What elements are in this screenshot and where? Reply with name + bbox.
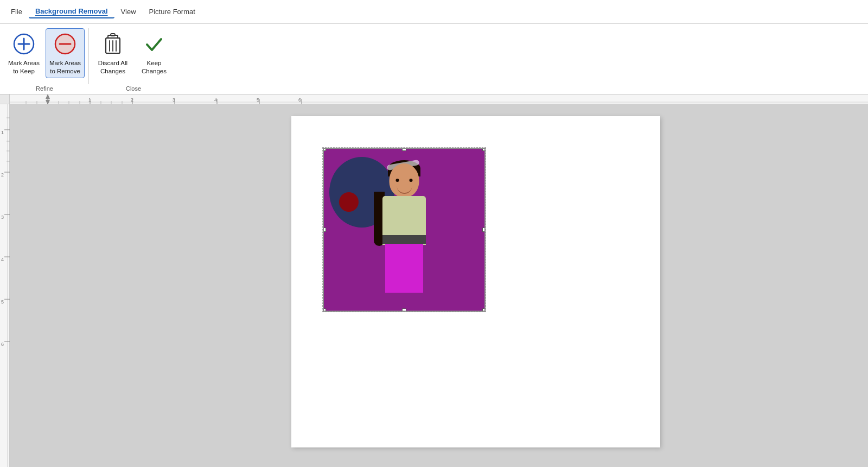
svg-text:4: 4 — [214, 97, 217, 103]
svg-text:2: 2 — [1, 172, 4, 178]
workspace[interactable] — [0, 94, 868, 467]
discard-changes-label: Discard AllChanges — [98, 59, 127, 75]
selection-handle-br[interactable] — [482, 308, 486, 312]
person-belt — [382, 235, 426, 244]
ribbon-buttons-close: Discard AllChanges KeepChanges — [93, 28, 174, 84]
menu-bar: File Background Removal View Picture For… — [0, 0, 868, 24]
ribbon-group-close: Discard AllChanges KeepChanges Close — [89, 26, 178, 94]
menu-picture-format[interactable]: Picture Format — [143, 5, 202, 18]
person-smile — [397, 186, 412, 194]
document-page — [291, 116, 660, 447]
selection-handle-tl[interactable] — [323, 148, 326, 151]
svg-text:3: 3 — [1, 214, 4, 220]
person-figure — [366, 159, 442, 300]
photo-background — [324, 149, 484, 311]
svg-marker-35 — [46, 94, 50, 99]
person-head — [390, 163, 419, 197]
menu-background-removal[interactable]: Background Removal — [29, 5, 114, 18]
image-container[interactable] — [323, 148, 486, 312]
refine-group-label: Refine — [4, 84, 85, 94]
selection-handle-mr[interactable] — [482, 228, 486, 232]
svg-text:5: 5 — [257, 97, 259, 103]
ruler-corner — [0, 94, 10, 104]
mark-areas-keep-button[interactable]: Mark Areasto Keep — [4, 28, 43, 78]
discard-changes-button[interactable]: Discard AllChanges — [93, 28, 132, 78]
svg-text:1: 1 — [1, 130, 4, 135]
keep-changes-button[interactable]: KeepChanges — [135, 28, 174, 78]
close-group-label: Close — [93, 84, 174, 94]
svg-text:6: 6 — [1, 342, 4, 347]
svg-text:5: 5 — [1, 299, 4, 305]
eye-left — [396, 179, 399, 182]
selection-handle-tm[interactable] — [402, 148, 406, 151]
trash-icon — [100, 31, 126, 57]
plus-circle-icon — [11, 31, 37, 57]
ribbon-buttons-refine: Mark Areasto Keep Mark Areasto Remove — [4, 28, 85, 84]
minus-circle-icon — [52, 31, 78, 57]
mark-areas-remove-button[interactable]: Mark Areasto Remove — [46, 28, 85, 78]
selection-handle-bl[interactable] — [323, 308, 326, 312]
menu-file[interactable]: File — [4, 5, 29, 18]
keep-changes-label: KeepChanges — [142, 59, 167, 75]
mark-areas-keep-label: Mark Areasto Keep — [8, 59, 40, 75]
ribbon: Mark Areasto Keep Mark Areasto Remove Re… — [0, 24, 868, 94]
selection-handle-bm[interactable] — [402, 308, 406, 312]
svg-text:6: 6 — [298, 97, 301, 103]
menu-view[interactable]: View — [114, 5, 143, 18]
ruler-horizontal: 0 1 2 3 4 5 6 — [10, 94, 868, 104]
person-legs — [385, 244, 423, 293]
svg-text:4: 4 — [1, 257, 4, 262]
background-mark-red — [339, 192, 359, 212]
mark-areas-remove-label: Mark Areasto Remove — [49, 59, 81, 75]
ribbon-group-refine: Mark Areasto Keep Mark Areasto Remove Re… — [0, 26, 89, 94]
ruler-vertical: 1 2 3 4 5 6 — [0, 104, 10, 467]
eye-right — [410, 179, 413, 182]
selection-handle-ml[interactable] — [323, 228, 326, 232]
checkmark-icon — [141, 31, 167, 57]
selection-handle-tr[interactable] — [482, 148, 486, 151]
